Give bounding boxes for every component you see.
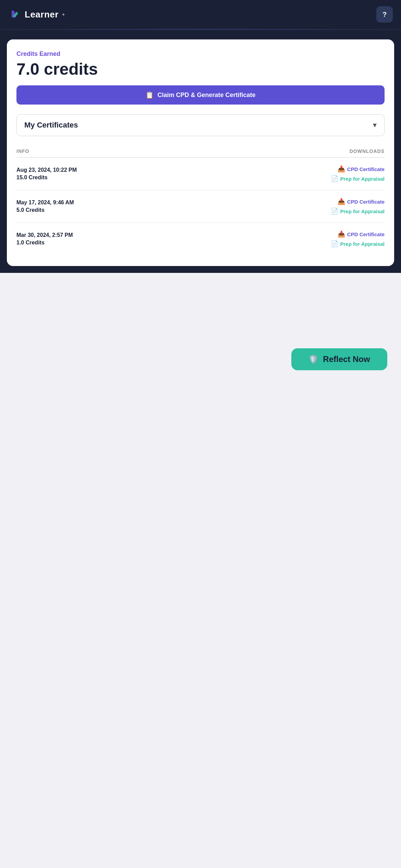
- row-date-1: Aug 23, 2024, 10:22 PM: [16, 167, 331, 173]
- claim-cpd-button[interactable]: 📋 Claim CPD & Generate Certificate: [16, 85, 385, 105]
- certificates-dropdown[interactable]: My Certificates ▾: [16, 114, 385, 136]
- table-row: Aug 23, 2024, 10:22 PM 15.0 Credits 📥 CP…: [16, 158, 385, 190]
- appraisal-icon-1: 📄: [331, 175, 338, 182]
- content-area: 🛡️ Reflect Now: [0, 273, 401, 868]
- row-credits-1: 15.0 Credits: [16, 174, 331, 181]
- certificates-dropdown-label: My Certificates: [24, 121, 78, 130]
- cpd-label-2: CPD Certificate: [347, 199, 385, 205]
- cpd-certificate-link-3[interactable]: 📥 CPD Certificate: [338, 230, 385, 238]
- cpd-certificate-link-1[interactable]: 📥 CPD Certificate: [338, 165, 385, 173]
- row-date-2: May 17, 2024, 9:46 AM: [16, 200, 331, 206]
- app-header: Learner+ ?: [0, 0, 401, 29]
- app-logo-icon: [8, 8, 21, 21]
- main-card-wrapper: Credits Earned 7.0 credits 📋 Claim CPD &…: [7, 39, 394, 266]
- row-date-3: Mar 30, 2024, 2:57 PM: [16, 232, 331, 238]
- appraisal-link-1[interactable]: 📄 Prep for Appraisal: [331, 175, 385, 182]
- table-header-downloads: DOWNLOADS: [350, 148, 385, 154]
- appraisal-link-3[interactable]: 📄 Prep for Appraisal: [331, 240, 385, 248]
- spacer: [7, 273, 394, 341]
- app-superscript: +: [62, 12, 65, 17]
- download-cpd-icon-3: 📥: [338, 230, 345, 238]
- appraisal-label-1: Prep for Appraisal: [340, 176, 385, 182]
- cpd-label-1: CPD Certificate: [347, 166, 385, 172]
- cpd-certificate-link-2[interactable]: 📥 CPD Certificate: [338, 198, 385, 205]
- row-info-3: Mar 30, 2024, 2:57 PM 1.0 Credits: [16, 232, 331, 246]
- table-row: Mar 30, 2024, 2:57 PM 1.0 Credits 📥 CPD …: [16, 223, 385, 255]
- table-row: May 17, 2024, 9:46 AM 5.0 Credits 📥 CPD …: [16, 190, 385, 223]
- credits-value: 7.0 credits: [16, 60, 385, 79]
- credits-label: Credits Earned: [16, 50, 385, 58]
- main-card: Credits Earned 7.0 credits 📋 Claim CPD &…: [7, 39, 394, 266]
- reflect-button-container: 🛡️ Reflect Now: [7, 341, 394, 384]
- table-header-info: INFO: [16, 148, 29, 154]
- row-downloads-1: 📥 CPD Certificate 📄 Prep for Appraisal: [331, 165, 385, 182]
- appraisal-label-2: Prep for Appraisal: [340, 208, 385, 214]
- download-cpd-icon-2: 📥: [338, 198, 345, 205]
- appraisal-label-3: Prep for Appraisal: [340, 241, 385, 247]
- claim-button-label: Claim CPD & Generate Certificate: [157, 92, 255, 99]
- appraisal-link-2[interactable]: 📄 Prep for Appraisal: [331, 207, 385, 215]
- reflect-icon: 🛡️: [308, 354, 319, 364]
- credits-section: Credits Earned 7.0 credits 📋 Claim CPD &…: [16, 50, 385, 105]
- certificates-table: INFO DOWNLOADS Aug 23, 2024, 10:22 PM 15…: [16, 146, 385, 255]
- app-title: Learner: [25, 9, 59, 20]
- row-downloads-2: 📥 CPD Certificate 📄 Prep for Appraisal: [331, 198, 385, 215]
- reflect-now-button[interactable]: 🛡️ Reflect Now: [291, 348, 387, 370]
- help-button[interactable]: ?: [376, 6, 393, 23]
- dark-background: Credits Earned 7.0 credits 📋 Claim CPD &…: [0, 30, 401, 273]
- claim-button-icon: 📋: [145, 91, 154, 99]
- row-info-2: May 17, 2024, 9:46 AM 5.0 Credits: [16, 200, 331, 213]
- row-downloads-3: 📥 CPD Certificate 📄 Prep for Appraisal: [331, 230, 385, 248]
- row-info-1: Aug 23, 2024, 10:22 PM 15.0 Credits: [16, 167, 331, 181]
- appraisal-icon-2: 📄: [331, 207, 338, 215]
- table-header: INFO DOWNLOADS: [16, 146, 385, 158]
- header-left: Learner+: [8, 8, 65, 21]
- cpd-label-3: CPD Certificate: [347, 231, 385, 237]
- row-credits-3: 1.0 Credits: [16, 240, 331, 246]
- appraisal-icon-3: 📄: [331, 240, 338, 248]
- download-cpd-icon-1: 📥: [338, 165, 345, 173]
- reflect-button-label: Reflect Now: [323, 354, 370, 364]
- chevron-down-icon: ▾: [373, 121, 377, 130]
- row-credits-2: 5.0 Credits: [16, 207, 331, 213]
